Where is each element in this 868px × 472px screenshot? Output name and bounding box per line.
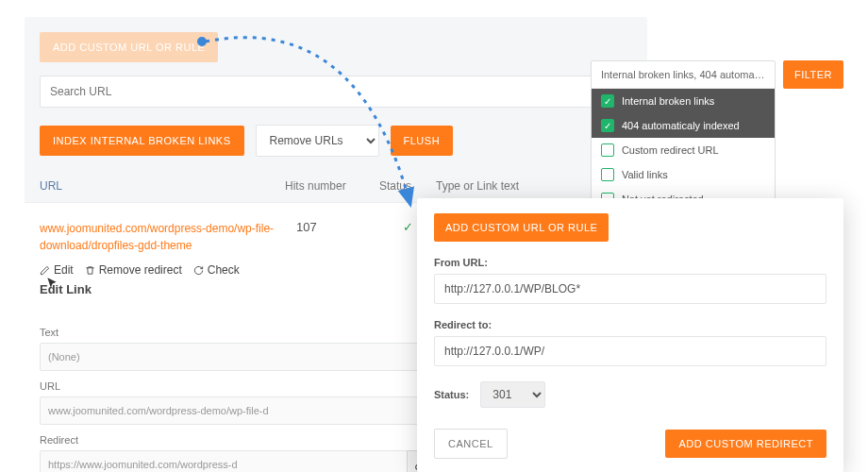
add-custom-url-modal: ADD CUSTOM URL OR RULE From URL: Redirec… — [417, 198, 843, 472]
check-action[interactable]: Check — [193, 263, 240, 277]
refresh-icon — [193, 265, 204, 276]
modal-title-badge: ADD CUSTOM URL OR RULE — [434, 213, 609, 242]
filter-option-label: Internal broken links — [622, 95, 714, 107]
checkbox-icon — [601, 168, 614, 181]
filter-button[interactable]: FILTER — [783, 60, 843, 89]
search-row — [40, 76, 632, 108]
edit-action[interactable]: Edit — [40, 263, 74, 277]
filter-option[interactable]: ✓ 404 automaticaly indexed — [592, 113, 775, 138]
text-field[interactable] — [40, 343, 436, 371]
from-url-input[interactable] — [434, 274, 826, 304]
remove-redirect-label: Remove redirect — [99, 263, 182, 277]
redirect-to-input[interactable] — [434, 336, 826, 366]
redirect-to-label: Redirect to: — [434, 319, 826, 330]
col-url-header[interactable]: URL — [40, 179, 285, 193]
checkbox-icon: ✓ — [601, 94, 614, 108]
filter-option[interactable]: Valid links — [592, 162, 775, 187]
status-label: Status: — [434, 389, 469, 400]
status-select[interactable]: 301 — [480, 381, 545, 408]
remove-urls-select[interactable]: Remove URLs — [256, 125, 379, 157]
checkbox-icon — [601, 143, 614, 157]
pencil-icon — [40, 265, 50, 276]
cursor-icon — [45, 277, 58, 290]
url-field[interactable] — [40, 396, 436, 425]
redirect-field[interactable] — [40, 450, 407, 472]
table-headers: URL Hits number Status Type or Link text — [25, 157, 647, 202]
filter-option[interactable]: ✓ Internal broken links — [592, 89, 775, 113]
row-hits-value: 107 — [285, 220, 379, 234]
from-url-label: From URL: — [434, 257, 826, 268]
search-input[interactable] — [40, 76, 632, 108]
filter-area: Internal broken links, 404 automati... ✓… — [591, 60, 843, 212]
add-custom-redirect-button[interactable]: ADD CUSTOM REDIRECT — [665, 430, 826, 458]
filter-option-label: 404 automaticaly indexed — [622, 120, 740, 131]
filter-option[interactable]: Custom redirect URL — [592, 138, 775, 162]
filter-option-label: Valid links — [622, 169, 668, 180]
col-status-header: Status — [379, 179, 436, 193]
remove-redirect-action[interactable]: Remove redirect — [85, 263, 182, 277]
filter-selected-text[interactable]: Internal broken links, 404 automati... — [592, 61, 775, 89]
trash-icon — [85, 265, 95, 276]
cancel-button[interactable]: CANCEL — [434, 429, 508, 459]
index-internal-links-button[interactable]: INDEX INTERNAL BROKEN LINKS — [40, 126, 244, 156]
check-label: Check — [208, 263, 240, 277]
add-custom-url-top-button[interactable]: ADD CUSTOM URL OR RULE — [40, 32, 218, 62]
filter-dropdown[interactable]: Internal broken links, 404 automati... ✓… — [591, 60, 776, 212]
filter-option-label: Custom redirect URL — [622, 144, 719, 156]
col-hits-header: Hits number — [285, 179, 379, 193]
edit-label: Edit — [54, 263, 74, 277]
checkbox-icon: ✓ — [601, 119, 614, 132]
row-url-link[interactable]: www.joomunited.com/wordpress-demo/wp-fil… — [40, 220, 285, 254]
flush-button[interactable]: FLUSH — [391, 126, 454, 156]
toolbar: INDEX INTERNAL BROKEN LINKS Remove URLs … — [40, 125, 647, 157]
